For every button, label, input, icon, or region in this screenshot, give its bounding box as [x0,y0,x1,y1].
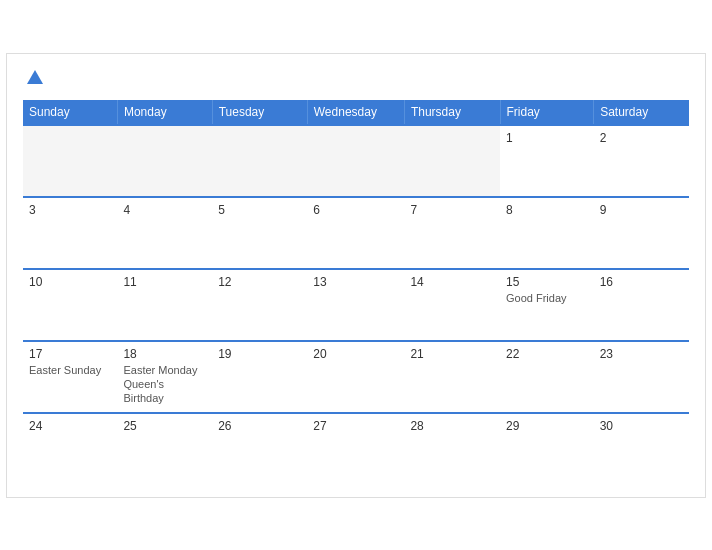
day-cell: 20 [307,341,404,413]
calendar-header [23,70,689,86]
day-cell [212,125,307,197]
day-number: 15 [506,275,588,289]
day-cell: 19 [212,341,307,413]
day-cell: 5 [212,197,307,269]
day-cell: 6 [307,197,404,269]
day-number: 6 [313,203,398,217]
day-number: 8 [506,203,588,217]
day-number: 22 [506,347,588,361]
day-cell: 16 [594,269,689,341]
day-event: Good Friday [506,291,588,305]
day-cell: 26 [212,413,307,485]
day-header-friday: Friday [500,100,594,125]
day-cell: 4 [117,197,212,269]
day-cell: 22 [500,341,594,413]
day-number: 11 [123,275,206,289]
day-cell: 2 [594,125,689,197]
day-number: 24 [29,419,111,433]
day-cell: 7 [404,197,500,269]
day-number: 5 [218,203,301,217]
day-cell [23,125,117,197]
day-number: 2 [600,131,683,145]
day-number: 21 [410,347,494,361]
day-number: 25 [123,419,206,433]
day-header-saturday: Saturday [594,100,689,125]
day-cell: 10 [23,269,117,341]
days-header-row: SundayMondayTuesdayWednesdayThursdayFrid… [23,100,689,125]
day-number: 18 [123,347,206,361]
day-header-sunday: Sunday [23,100,117,125]
day-cell [117,125,212,197]
day-cell: 9 [594,197,689,269]
week-row-2: 101112131415Good Friday16 [23,269,689,341]
logo-triangle-icon [27,70,43,84]
day-cell: 21 [404,341,500,413]
day-cell: 29 [500,413,594,485]
week-row-4: 24252627282930 [23,413,689,485]
day-number: 19 [218,347,301,361]
day-number: 20 [313,347,398,361]
day-number: 3 [29,203,111,217]
day-cell: 25 [117,413,212,485]
calendar-container: SundayMondayTuesdayWednesdayThursdayFrid… [6,53,706,498]
day-cell: 28 [404,413,500,485]
day-number: 12 [218,275,301,289]
day-cell: 13 [307,269,404,341]
day-cell: 11 [117,269,212,341]
day-cell: 27 [307,413,404,485]
day-header-wednesday: Wednesday [307,100,404,125]
day-number: 26 [218,419,301,433]
day-header-monday: Monday [117,100,212,125]
day-event: Easter Sunday [29,363,111,377]
day-number: 10 [29,275,111,289]
calendar-grid: SundayMondayTuesdayWednesdayThursdayFrid… [23,100,689,485]
day-number: 1 [506,131,588,145]
day-event: Easter Monday [123,363,206,377]
day-number: 13 [313,275,398,289]
day-cell: 24 [23,413,117,485]
day-number: 16 [600,275,683,289]
day-number: 30 [600,419,683,433]
day-event: Queen's Birthday [123,377,206,406]
day-cell: 12 [212,269,307,341]
day-cell: 17Easter Sunday [23,341,117,413]
day-cell: 15Good Friday [500,269,594,341]
day-cell: 14 [404,269,500,341]
day-cell [307,125,404,197]
day-cell: 23 [594,341,689,413]
day-number: 4 [123,203,206,217]
day-cell: 3 [23,197,117,269]
week-row-0: 12 [23,125,689,197]
day-header-thursday: Thursday [404,100,500,125]
day-cell: 8 [500,197,594,269]
day-header-tuesday: Tuesday [212,100,307,125]
week-row-1: 3456789 [23,197,689,269]
day-cell: 30 [594,413,689,485]
logo [23,70,43,86]
day-cell: 18Easter MondayQueen's Birthday [117,341,212,413]
week-row-3: 17Easter Sunday18Easter MondayQueen's Bi… [23,341,689,413]
day-cell [404,125,500,197]
day-cell: 1 [500,125,594,197]
day-number: 9 [600,203,683,217]
day-number: 28 [410,419,494,433]
day-number: 27 [313,419,398,433]
day-number: 29 [506,419,588,433]
day-number: 17 [29,347,111,361]
day-number: 23 [600,347,683,361]
day-number: 7 [410,203,494,217]
day-number: 14 [410,275,494,289]
